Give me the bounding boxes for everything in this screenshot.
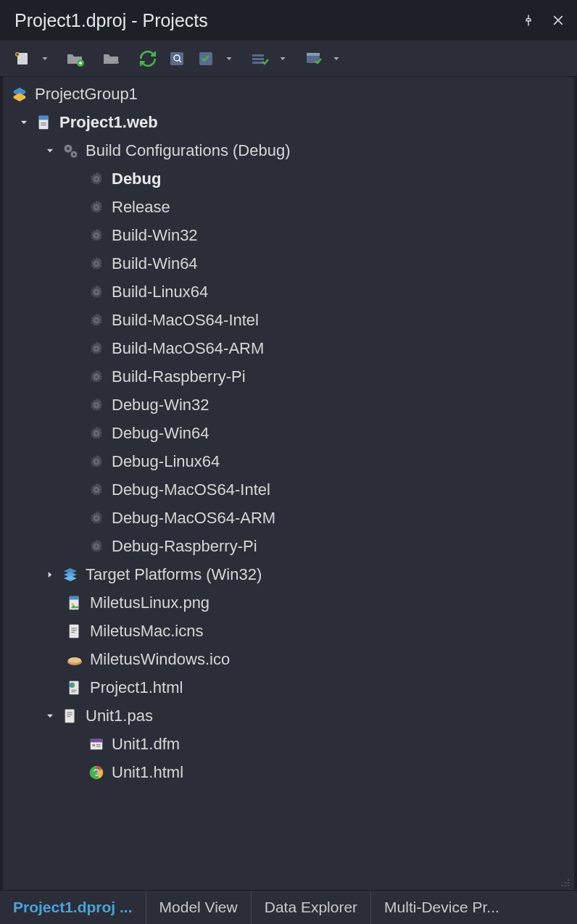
build-config-node[interactable]: Debug [3, 165, 574, 193]
node-label: Unit1.html [112, 763, 183, 782]
svg-rect-17 [70, 596, 79, 599]
gear-icon [87, 254, 106, 273]
build-config-node[interactable]: Release [3, 193, 574, 221]
node-label: Debug-Linux64 [112, 452, 220, 471]
chevron-right-icon[interactable] [42, 567, 58, 583]
new-item-button[interactable] [9, 46, 35, 72]
footer-tab[interactable]: Model View [146, 891, 252, 924]
node-label: Build Configurations (Debug) [86, 141, 291, 160]
build-config-node[interactable]: Build-MacOS64-ARM [3, 334, 574, 362]
build-config-node[interactable]: Debug-MacOS64-Intel [3, 475, 574, 504]
file-node[interactable]: MiletusLinux.png [3, 588, 574, 617]
svg-point-24 [68, 657, 81, 663]
dfm-file-node[interactable]: Unit1.dfm [3, 730, 574, 758]
svg-point-46 [568, 885, 569, 886]
svg-rect-19 [70, 624, 79, 637]
svg-rect-34 [91, 738, 103, 742]
file-icon [65, 678, 84, 697]
validate-dropdown[interactable] [222, 54, 236, 63]
build-configs-node[interactable]: Build Configurations (Debug) [3, 136, 574, 165]
gear-icon [87, 311, 106, 330]
file-node[interactable]: MiletusMac.icns [3, 617, 574, 645]
add-folder-button[interactable] [62, 46, 88, 72]
node-label: Build-Win32 [112, 226, 198, 245]
file-node[interactable]: MiletusWindows.ico [3, 645, 574, 673]
node-label: Build-Raspberry-Pi [112, 367, 246, 386]
html-file-node[interactable]: Unit1.html [3, 758, 574, 786]
svg-rect-7 [307, 53, 320, 56]
build-config-node[interactable]: Build-Raspberry-Pi [3, 362, 574, 391]
footer-tab[interactable]: Project1.dproj ... [0, 891, 146, 924]
title-controls [522, 13, 565, 28]
title-bar: Project1.dproj - Projects [0, 0, 577, 41]
file-icon [65, 650, 84, 669]
close-icon[interactable] [551, 13, 565, 28]
file-node[interactable]: Project1.html [3, 673, 574, 702]
gear-icon [87, 537, 106, 556]
node-label: Debug-Raspberry-Pi [112, 537, 257, 556]
svg-point-13 [67, 147, 70, 150]
project-group-icon [10, 85, 29, 104]
pin-icon[interactable] [522, 14, 535, 27]
resize-grip-icon[interactable] [560, 877, 570, 887]
svg-point-45 [565, 885, 566, 886]
chevron-down-icon[interactable] [42, 708, 58, 724]
platforms-icon [61, 565, 80, 584]
build-config-node[interactable]: Debug-Win64 [3, 419, 574, 447]
build-config-node[interactable]: Build-Linux64 [3, 278, 574, 306]
gear-icon [87, 480, 106, 499]
remove-folder-button[interactable] [99, 46, 125, 72]
node-label: Debug-MacOS64-Intel [112, 480, 270, 499]
svg-point-44 [562, 885, 563, 886]
node-label: MiletusMac.icns [90, 622, 203, 641]
gear-icon [87, 396, 106, 415]
footer-tab[interactable]: Multi-Device Pr... [371, 891, 512, 924]
build-config-node[interactable]: Debug-MacOS64-ARM [3, 504, 574, 532]
node-label: Debug-Win64 [112, 424, 209, 443]
gear-icon [87, 283, 106, 301]
svg-point-43 [568, 882, 569, 883]
toolbar [0, 41, 577, 77]
svg-rect-31 [67, 714, 72, 715]
svg-rect-28 [71, 691, 75, 692]
build-config-node[interactable]: Debug-Win32 [3, 391, 574, 419]
svg-rect-35 [93, 744, 96, 746]
build-config-node[interactable]: Build-Win64 [3, 249, 574, 278]
new-item-dropdown[interactable] [38, 54, 52, 63]
svg-rect-9 [39, 115, 49, 120]
layers-check-dropdown[interactable] [275, 54, 290, 63]
refresh-button[interactable] [135, 46, 161, 72]
svg-rect-37 [96, 746, 101, 746]
project-file-icon [35, 113, 54, 132]
project-tree: ProjectGroup1 Project1.web Build Configu… [0, 77, 577, 890]
footer-tabs: Project1.dproj ...Model ViewData Explore… [0, 890, 577, 924]
panel-check-dropdown[interactable] [329, 54, 344, 63]
build-config-node[interactable]: Build-Win32 [3, 221, 574, 249]
gears-icon [61, 141, 80, 160]
svg-rect-3 [170, 52, 183, 65]
target-platforms-node[interactable]: Target Platforms (Win32) [3, 560, 574, 588]
layers-check-button[interactable] [246, 46, 273, 72]
svg-point-42 [565, 882, 566, 883]
footer-tab[interactable]: Data Explorer [252, 891, 371, 924]
panel-check-button[interactable] [300, 46, 326, 72]
node-label: Release [112, 198, 170, 217]
svg-rect-11 [41, 124, 46, 125]
gear-icon [87, 339, 106, 358]
pas-file-icon [61, 707, 80, 725]
build-config-node[interactable]: Debug-Raspberry-Pi [3, 532, 574, 560]
project-group-node[interactable]: ProjectGroup1 [3, 80, 574, 108]
build-config-node[interactable]: Debug-Linux64 [3, 447, 574, 475]
node-label: MiletusWindows.ico [90, 650, 230, 669]
node-label: Build-MacOS64-Intel [112, 311, 259, 330]
validate-button[interactable] [193, 46, 219, 72]
chevron-down-icon[interactable] [16, 115, 32, 130]
svg-rect-32 [67, 716, 70, 717]
project-node[interactable]: Project1.web [3, 108, 574, 136]
node-label: Unit1.dfm [112, 735, 180, 754]
unit-node[interactable]: Unit1.pas [3, 702, 574, 730]
inspect-button[interactable] [164, 46, 190, 72]
chevron-down-icon[interactable] [42, 143, 58, 159]
build-config-node[interactable]: Build-MacOS64-Intel [3, 306, 574, 334]
node-label: Debug-MacOS64-ARM [112, 509, 275, 528]
